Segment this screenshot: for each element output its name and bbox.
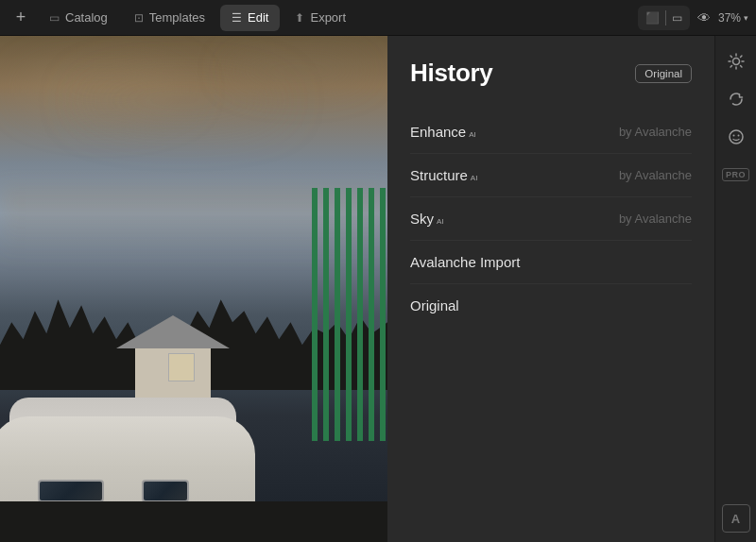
chevron-down-icon: ▾ xyxy=(744,13,748,23)
main-content: History Original Enhance AI by Avalanche… xyxy=(0,36,756,542)
history-item-enhance-by: by Avalanche xyxy=(619,125,692,139)
view-toggle[interactable]: ⬛ ▭ xyxy=(638,6,690,30)
svg-line-7 xyxy=(740,56,741,57)
edit-nav-item[interactable]: ☰ Edit xyxy=(220,5,280,31)
history-item-structure-name: Structure xyxy=(410,167,468,183)
svg-line-8 xyxy=(730,66,731,67)
templates-nav-item[interactable]: ⊡ Templates xyxy=(123,5,216,31)
pro-text: PRO xyxy=(722,168,749,181)
sky-ai-badge: AI xyxy=(437,217,444,226)
history-item-sky-name: Sky xyxy=(410,211,434,227)
history-item-import-left: Avalanche Import xyxy=(410,254,520,270)
top-nav-bar: + ▭ Catalog ⊡ Templates ☰ Edit ⬆ Export … xyxy=(0,0,756,36)
ground xyxy=(0,501,387,542)
right-panel: History Original Enhance AI by Avalanche… xyxy=(387,36,756,542)
pro-badge[interactable]: PRO xyxy=(720,159,752,191)
zoom-control[interactable]: 37% ▾ xyxy=(718,11,748,25)
rotate-icon[interactable] xyxy=(720,83,752,115)
history-item-enhance-left: Enhance AI xyxy=(410,124,476,140)
full-view-icon[interactable]: ▭ xyxy=(672,11,682,25)
history-item-original-left: Original xyxy=(410,297,459,313)
history-item-sky-left: Sky AI xyxy=(410,211,444,227)
face-icon[interactable] xyxy=(720,121,752,153)
svg-line-5 xyxy=(730,56,731,57)
catalog-nav-item[interactable]: ▭ Catalog xyxy=(38,5,119,31)
image-panel xyxy=(0,36,387,542)
sun-adjust-icon[interactable] xyxy=(720,45,752,77)
templates-icon: ⊡ xyxy=(134,11,144,25)
history-items-list: Enhance AI by Avalanche Structure AI by … xyxy=(410,110,692,327)
history-item-enhance[interactable]: Enhance AI by Avalanche xyxy=(410,110,692,154)
svg-point-11 xyxy=(737,135,739,137)
caravan-window-right xyxy=(142,480,189,502)
history-item-sky-by: by Avalanche xyxy=(619,212,692,226)
font-icon[interactable]: A xyxy=(722,504,750,533)
structure-ai-badge: AI xyxy=(471,174,478,182)
history-item-enhance-name: Enhance xyxy=(410,124,466,140)
enhance-ai-badge: AI xyxy=(469,130,476,139)
caravan-window-left xyxy=(38,480,104,502)
right-sidebar: PRO A xyxy=(714,36,756,542)
svg-point-10 xyxy=(732,135,734,137)
svg-point-9 xyxy=(730,130,743,144)
history-item-structure[interactable]: Structure AI by Avalanche xyxy=(410,154,692,197)
history-item-original[interactable]: Original xyxy=(410,284,692,327)
divider xyxy=(665,10,666,25)
history-panel: History Original Enhance AI by Avalanche… xyxy=(387,36,714,542)
photo-background xyxy=(0,36,387,542)
history-header: History Original xyxy=(410,59,692,88)
history-item-original-name: Original xyxy=(410,297,459,313)
history-item-structure-by: by Avalanche xyxy=(619,168,692,182)
catalog-icon: ▭ xyxy=(49,11,60,25)
export-icon: ⬆ xyxy=(295,11,304,25)
eye-icon[interactable]: 👁 xyxy=(697,10,711,25)
svg-point-0 xyxy=(732,59,739,65)
add-button[interactable]: + xyxy=(8,5,34,31)
history-title: History xyxy=(410,59,492,88)
history-item-import-name: Avalanche Import xyxy=(410,254,520,270)
cloud-3 xyxy=(227,51,369,89)
history-item-avalanche-import[interactable]: Avalanche Import xyxy=(410,241,692,284)
right-controls: ⬛ ▭ 👁 37% ▾ xyxy=(638,6,748,30)
svg-line-6 xyxy=(740,66,741,67)
split-view-icon[interactable]: ⬛ xyxy=(645,11,660,25)
history-item-structure-left: Structure AI xyxy=(410,167,477,183)
original-badge-button[interactable]: Original xyxy=(635,64,692,83)
export-nav-item[interactable]: ⬆ Export xyxy=(284,5,357,31)
edit-icon: ☰ xyxy=(232,11,242,25)
history-item-sky[interactable]: Sky AI by Avalanche xyxy=(410,197,692,241)
caravan xyxy=(0,263,387,542)
